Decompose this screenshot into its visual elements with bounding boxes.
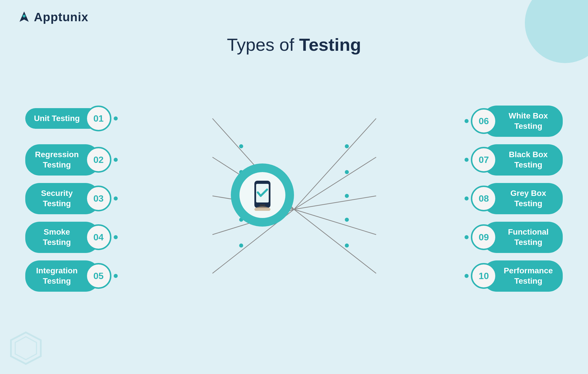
security-testing-num: 03 xyxy=(86,186,111,211)
svg-line-9 xyxy=(294,157,376,209)
logo-text: Apptunix xyxy=(34,10,88,24)
pill-black-box-testing: 07 Black Box Testing xyxy=(465,144,563,176)
svg-line-8 xyxy=(294,118,376,209)
svg-line-11 xyxy=(294,209,376,235)
regression-testing-dot xyxy=(114,158,118,162)
grey-box-testing-num: 08 xyxy=(471,186,497,211)
svg-point-18 xyxy=(345,144,349,148)
svg-point-20 xyxy=(345,194,349,198)
pill-security-testing: Security Testing 03 xyxy=(25,183,118,214)
black-box-testing-dot xyxy=(465,158,469,162)
pill-integration-testing: Integration Testing 05 xyxy=(25,260,118,292)
integration-testing-num: 05 xyxy=(86,263,111,289)
svg-line-12 xyxy=(294,209,376,273)
pill-unit-testing: Unit Testing 01 xyxy=(25,106,118,131)
white-box-testing-num: 06 xyxy=(471,108,497,134)
apptunix-logo-icon xyxy=(17,10,31,24)
svg-marker-1 xyxy=(15,337,36,360)
pill-functional-testing: 09 Functional Testing xyxy=(465,222,563,253)
phone-check-icon xyxy=(248,179,277,211)
svg-point-2 xyxy=(23,15,26,17)
svg-rect-25 xyxy=(260,204,265,206)
svg-point-17 xyxy=(239,244,243,248)
white-box-testing-dot xyxy=(465,119,469,123)
pill-grey-box-testing: 08 Grey Box Testing xyxy=(465,183,563,214)
regression-testing-num: 02 xyxy=(86,147,111,173)
pill-smoke-testing: Smoke Testing 04 xyxy=(25,222,118,253)
black-box-testing-num: 07 xyxy=(471,147,497,173)
integration-testing-dot xyxy=(114,274,118,278)
security-testing-dot xyxy=(114,196,118,200)
performance-testing-dot xyxy=(465,274,469,278)
center-hub xyxy=(231,163,294,227)
svg-line-10 xyxy=(294,196,376,209)
logo: Apptunix xyxy=(17,10,88,24)
center-hub-inner xyxy=(239,172,285,218)
unit-testing-dot xyxy=(114,116,118,120)
smoke-testing-num: 04 xyxy=(86,224,111,250)
svg-point-19 xyxy=(345,170,349,174)
svg-point-21 xyxy=(345,218,349,222)
smoke-testing-dot xyxy=(114,235,118,239)
unit-testing-num: 01 xyxy=(86,106,111,131)
deco-hexagon-bottom-left xyxy=(9,331,43,365)
page-title: Types of Testing xyxy=(0,34,588,55)
pill-performance-testing: 10 Performance Testing xyxy=(465,260,563,292)
svg-point-22 xyxy=(345,244,349,248)
functional-testing-num: 09 xyxy=(471,224,497,250)
performance-testing-num: 10 xyxy=(471,263,497,289)
pill-white-box-testing: 06 White Box Testing xyxy=(465,106,563,137)
functional-testing-dot xyxy=(465,235,469,239)
grey-box-testing-dot xyxy=(465,196,469,200)
pill-regression-testing: Regression Testing 02 xyxy=(25,144,118,176)
svg-point-13 xyxy=(239,144,243,148)
